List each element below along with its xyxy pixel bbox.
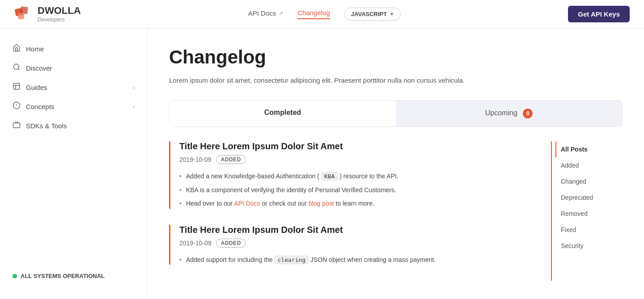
post-card: Title Here Lorem Ipsum Dolor Sit Amet 20… <box>169 141 551 209</box>
filter-fixed[interactable]: Fixed <box>561 222 623 238</box>
list-item: Added a new Knowledge-based Authenticati… <box>179 171 551 181</box>
filter-all-posts[interactable]: All Posts <box>555 141 623 157</box>
tabs: Completed Upcoming 0 <box>169 100 623 127</box>
svg-rect-2 <box>17 13 24 19</box>
filter-changed[interactable]: Changed <box>561 173 623 190</box>
post-title: Title Here Lorem Ipsum Dolor Sit Amet <box>179 225 551 235</box>
sidebar-item-concepts[interactable]: Concepts › <box>0 97 147 116</box>
post-card: Title Here Lorem Ipsum Dolor Sit Amet 20… <box>169 225 551 265</box>
dwolla-logo-icon <box>14 5 33 24</box>
page-description: Lorem ipsum dolor sit amet, consectetur … <box>169 75 623 86</box>
logo: DWOLLA Developers <box>14 5 81 24</box>
chevron-right-icon: › <box>133 104 135 110</box>
sidebar-item-home[interactable]: Home <box>0 39 147 59</box>
sidebar-item-sdks[interactable]: SDKs & Tools <box>0 116 147 135</box>
posts-area: Title Here Lorem Ipsum Dolor Sit Amet 20… <box>169 141 551 281</box>
chevron-right-icon: › <box>133 84 135 91</box>
list-item: Head over to our API Docs or check out o… <box>179 198 551 208</box>
status-indicator <box>13 274 17 278</box>
upcoming-badge: 0 <box>523 109 533 118</box>
chevron-down-icon: ▼ <box>390 12 394 17</box>
tab-completed[interactable]: Completed <box>169 101 396 126</box>
post-badge: ADDED <box>216 239 246 248</box>
post-body: Added a new Knowledge-based Authenticati… <box>179 171 551 209</box>
api-docs-link[interactable]: API Docs <box>234 200 260 207</box>
guides-icon <box>13 82 21 93</box>
api-docs-link[interactable]: API Docs ↗ <box>248 9 284 19</box>
sidebar: Home Discover Guides › Concepts › <box>0 29 148 299</box>
get-api-keys-button[interactable]: Get API Keys <box>568 6 630 22</box>
filter-sidebar: All Posts Added Changed Deprecated Remov… <box>551 141 623 281</box>
svg-rect-6 <box>13 123 20 128</box>
post-meta: 2019-10-09 ADDED <box>179 155 551 164</box>
post-badge: ADDED <box>216 155 246 164</box>
language-selector[interactable]: JAVASCRIPT ▼ <box>344 8 401 21</box>
concepts-icon <box>13 101 21 112</box>
filter-removed[interactable]: Removed <box>561 206 623 222</box>
system-status: ALL SYSTEMS OPERATIONAL <box>0 264 147 288</box>
nav-links: API Docs ↗ Changelog JAVASCRIPT ▼ <box>248 8 401 21</box>
post-title: Title Here Lorem Ipsum Dolor Sit Amet <box>179 141 551 152</box>
blog-post-link[interactable]: blog post <box>309 200 334 207</box>
discover-icon <box>13 63 21 73</box>
post-date: 2019-10-09 <box>179 156 212 163</box>
sdks-icon <box>13 121 21 131</box>
post-date: 2019-10-09 <box>179 240 212 247</box>
status-label: ALL SYSTEMS OPERATIONAL <box>21 273 105 279</box>
external-link-icon: ↗ <box>279 10 283 17</box>
svg-rect-4 <box>13 83 20 89</box>
filter-added[interactable]: Added <box>561 157 623 173</box>
list-item: KBA is a component of verifying the iden… <box>179 185 551 195</box>
changelog-link[interactable]: Changelog <box>297 9 330 19</box>
post-meta: 2019-10-09 ADDED <box>179 239 551 248</box>
home-icon <box>13 44 21 54</box>
logo-sub: Developers <box>38 17 81 23</box>
content-with-aside: Title Here Lorem Ipsum Dolor Sit Amet 20… <box>169 141 623 281</box>
filter-security[interactable]: Security <box>561 238 623 254</box>
inline-code: clearing <box>275 256 309 264</box>
sidebar-item-discover[interactable]: Discover <box>0 59 147 78</box>
list-item: Added support for including the clearing… <box>179 255 551 265</box>
logo-name: DWOLLA <box>38 5 81 16</box>
top-navigation: DWOLLA Developers API Docs ↗ Changelog J… <box>0 0 644 29</box>
svg-point-3 <box>13 64 19 69</box>
inline-code: KBA <box>321 172 338 181</box>
main-layout: Home Discover Guides › Concepts › <box>0 29 644 299</box>
post-body: Added support for including the clearing… <box>179 255 551 265</box>
main-content: Changelog Lorem ipsum dolor sit amet, co… <box>148 29 644 299</box>
filter-deprecated[interactable]: Deprecated <box>561 190 623 206</box>
tab-upcoming[interactable]: Upcoming 0 <box>396 101 622 126</box>
sidebar-item-guides[interactable]: Guides › <box>0 78 147 97</box>
page-title: Changelog <box>169 46 623 68</box>
